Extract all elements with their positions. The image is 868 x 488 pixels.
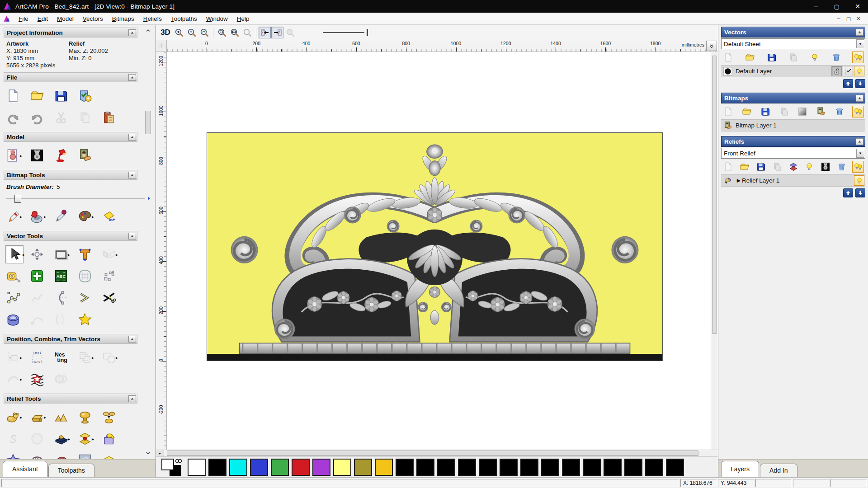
offset-relief-button[interactable] — [101, 450, 125, 459]
palette-colour-4[interactable] — [271, 459, 289, 476]
flyout-arrow-icon[interactable]: ▸ — [44, 415, 46, 420]
two-rail-sweep-button[interactable] — [29, 450, 53, 459]
palette-colour-22[interactable] — [645, 459, 663, 476]
primary-secondary-colours[interactable] — [160, 458, 184, 477]
mdi-close-button[interactable]: ✕ — [854, 16, 863, 22]
save-bitmap-layer-button[interactable] — [760, 106, 771, 117]
block-copy-button[interactable] — [101, 266, 125, 286]
assistant-scrollbar[interactable] — [144, 27, 152, 456]
collapse-project-info-button[interactable] — [128, 29, 136, 36]
collapse-bitmap-tools-button[interactable] — [128, 172, 136, 178]
menu-window[interactable]: Window — [202, 14, 232, 24]
palette-colour-9[interactable] — [375, 459, 393, 476]
relief-layer-row[interactable]: ▶ Relief Layer 1 — [721, 174, 865, 187]
tab-assistant[interactable]: Assistant — [3, 461, 47, 477]
save-vector-layer-button[interactable] — [766, 52, 778, 63]
lock-layer-button[interactable] — [831, 66, 842, 76]
save-relief-layer-button[interactable] — [755, 161, 767, 173]
clear-bitmap-button[interactable] — [77, 145, 101, 165]
flyout-arrow-icon[interactable]: ▸ — [20, 214, 22, 219]
brush-diameter-slider[interactable] — [6, 195, 145, 203]
palette-colour-17[interactable] — [541, 459, 559, 476]
create-boundary-button[interactable] — [29, 266, 53, 286]
dropdown-arrow-icon[interactable]: ▼ — [856, 149, 864, 158]
palette-colour-10[interactable] — [396, 459, 414, 476]
palette-colour-21[interactable] — [624, 459, 642, 476]
palette-colour-8[interactable] — [354, 459, 372, 476]
menu-file[interactable]: File — [14, 14, 33, 24]
new-model-button[interactable] — [5, 86, 29, 106]
slider-thumb[interactable] — [14, 195, 21, 203]
palette-colour-2[interactable] — [229, 459, 247, 476]
palette-colour-18[interactable] — [562, 459, 580, 476]
create-plane-button[interactable]: ▸ — [29, 407, 53, 427]
show-all-vector-layers-button[interactable] — [852, 52, 864, 63]
open-relief-layer-button[interactable] — [739, 161, 750, 173]
zoom-previous-button[interactable] — [198, 27, 210, 38]
flyout-arrow-icon[interactable]: ▸ — [92, 214, 94, 219]
tab-add-in[interactable]: Add In — [760, 464, 797, 477]
select-vectors-button[interactable]: ▸ — [5, 244, 29, 264]
palette-colour-1[interactable] — [208, 459, 226, 476]
view-3d-button[interactable]: 3D — [159, 27, 172, 38]
move-relief-down-button[interactable] — [855, 188, 865, 197]
open-vector-layer-button[interactable] — [744, 52, 756, 63]
greyscale-bitmap-button[interactable] — [797, 106, 808, 117]
mdi-restore-button[interactable]: ▢ — [844, 16, 854, 22]
link-colours-icon[interactable] — [175, 458, 182, 464]
combine-reliefs-button[interactable] — [101, 407, 125, 427]
collapse-bitmaps-button[interactable] — [856, 95, 863, 102]
palette-colour-5[interactable] — [292, 459, 310, 476]
palette-colour-14[interactable] — [479, 459, 497, 476]
scrollbar-thumb[interactable] — [145, 111, 151, 134]
paint-brush-button[interactable]: ▸ — [5, 206, 29, 226]
undo-button[interactable] — [5, 108, 29, 127]
previous-bitmap-layer-button[interactable] — [259, 27, 271, 38]
move-layer-down-button[interactable] — [855, 79, 865, 88]
collapse-position-tools-button[interactable] — [128, 336, 136, 343]
maximize-button[interactable]: ▢ — [826, 0, 847, 13]
bitmap-preview-button[interactable] — [815, 106, 827, 117]
collapse-reliefs-button[interactable] — [856, 138, 863, 145]
palette-colour-11[interactable] — [416, 459, 434, 476]
greyscale-from-model-button[interactable] — [29, 145, 53, 165]
collapse-vectors-button[interactable] — [856, 29, 863, 36]
paste-special-button[interactable] — [101, 108, 125, 127]
palette-colour-13[interactable] — [458, 459, 476, 476]
scale-relief-button[interactable] — [53, 407, 77, 427]
bitmap-layer-name[interactable]: Bitmap Layer 1 — [736, 122, 865, 129]
palette-colour-19[interactable] — [583, 459, 601, 476]
flyout-arrow-icon[interactable]: ▸ — [44, 214, 46, 219]
layer-colour-swatch[interactable] — [723, 66, 733, 76]
toggle-relief-visibility-button[interactable] — [803, 161, 815, 173]
measure-tool-button[interactable] — [5, 266, 29, 286]
create-rectangle-button[interactable]: ▸ — [53, 244, 77, 264]
expand-relief-layer-icon[interactable]: ▶ — [736, 178, 742, 183]
palette-colour-6[interactable] — [312, 459, 330, 476]
shape-editor-button[interactable]: ▸ — [5, 407, 29, 427]
vector-layer-row[interactable]: Default Layer — [721, 65, 865, 77]
vector-layer-name[interactable]: Default Layer — [736, 68, 831, 75]
menu-reliefs[interactable]: Reliefs — [139, 14, 166, 24]
relief-library-button[interactable]: ▸ — [53, 429, 77, 449]
emboss-relief-button[interactable] — [77, 450, 101, 459]
tab-toolpaths[interactable]: Toolpaths — [48, 464, 94, 477]
palette-colour-0[interactable] — [188, 459, 206, 476]
collapse-vector-tools-button[interactable] — [128, 233, 136, 239]
menu-toolpaths[interactable]: Toolpaths — [166, 14, 202, 24]
palette-colour-20[interactable] — [604, 459, 622, 476]
bitmap-layer-row[interactable]: Bitmap Layer 1 — [721, 119, 865, 131]
toggle-layer-visibility-button[interactable] — [809, 52, 821, 63]
menu-edit[interactable]: Edit — [33, 14, 52, 24]
scroll-down-icon[interactable] — [144, 449, 152, 456]
greyscale-contrast-slider[interactable] — [323, 28, 368, 37]
greyscale-relief-preview-button[interactable] — [820, 161, 831, 173]
collapse-relief-tools-button[interactable] — [128, 395, 136, 402]
primary-colour-swatch[interactable] — [161, 459, 174, 470]
vector-text-button[interactable]: ABC — [53, 266, 77, 286]
next-bitmap-layer-button[interactable] — [271, 27, 283, 38]
collapse-file-button[interactable] — [128, 74, 136, 81]
text-on-curve-button[interactable]: t e x tc u r v e — [29, 347, 53, 367]
extrude-relief-button[interactable]: ▸ — [77, 429, 101, 449]
palette-colour-15[interactable] — [500, 459, 518, 476]
